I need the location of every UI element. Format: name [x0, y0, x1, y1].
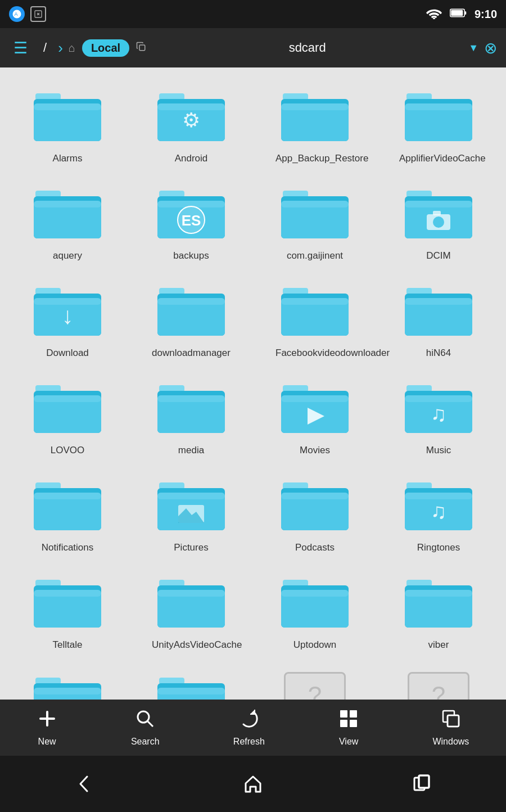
folder-icon-pictures: [155, 477, 228, 536]
folder-label-alarms: Alarms: [53, 152, 83, 165]
svg-rect-60: [281, 298, 349, 305]
folder-label-facebookvideodownloader: Facebookvideodownloader: [275, 347, 354, 359]
view-button[interactable]: View: [327, 704, 370, 751]
folder-icon-app-backup-restore: [278, 88, 351, 147]
status-right-icons: 9:10: [426, 7, 497, 21]
folder-pictures[interactable]: Pictures: [129, 468, 253, 565]
folder-aquery[interactable]: aquery: [6, 176, 129, 273]
folder-icon-movies: [278, 380, 351, 439]
folder-podcasts[interactable]: Podcasts: [253, 468, 377, 565]
folder-icon-uptodown: [278, 574, 351, 633]
folder-label-applifier-video-cache: ApplifierVideoCache: [399, 152, 478, 165]
folder-ringtones[interactable]: ♫ Ringtones: [377, 468, 500, 565]
folder-label-notifications: Notifications: [42, 542, 94, 554]
folder-dcim[interactable]: DCIM: [377, 176, 500, 273]
svg-rect-130: [340, 710, 347, 718]
folder-icon-aquery: [31, 185, 104, 244]
home-button[interactable]: [224, 766, 282, 801]
svg-text:♫: ♫: [431, 499, 447, 523]
folder-media[interactable]: media: [129, 371, 253, 468]
nav-local-label[interactable]: Local: [82, 39, 129, 57]
refresh-label: Refresh: [233, 737, 265, 747]
folder-alarms[interactable]: Alarms: [6, 79, 129, 176]
svg-rect-133: [350, 720, 357, 727]
local-home-icon: ⌂: [69, 42, 75, 55]
folder-label-movies: Movies: [300, 444, 330, 457]
folder-label-viber: viber: [428, 639, 449, 651]
folder-grid: Alarms ⚙ Android App_Backup_Restore: [6, 73, 500, 754]
folder-label-pictures: Pictures: [174, 542, 208, 554]
windows-button[interactable]: Windows: [421, 704, 480, 751]
folder-lovoo[interactable]: LOVOO: [6, 371, 129, 468]
svg-rect-113: [281, 590, 349, 597]
svg-rect-72: [157, 395, 225, 402]
folder-label-downloadmanager: downloadmanager: [152, 347, 231, 359]
folder-movies[interactable]: Movies: [253, 371, 377, 468]
folder-icon-com-gaijinent: [278, 185, 351, 244]
folder-app-backup-restore[interactable]: App_Backup_Restore: [253, 79, 377, 176]
svg-rect-90: [157, 493, 225, 499]
back-button[interactable]: [56, 766, 113, 801]
folder-com-gaijinent[interactable]: com.gaijinent: [253, 176, 377, 273]
system-nav-bar: [0, 756, 506, 812]
folder-download[interactable]: ↓ Download: [6, 273, 129, 371]
folder-icon-alarms: [31, 88, 104, 147]
folder-icon-media: [155, 380, 228, 439]
search-icon: [135, 709, 155, 733]
folder-icon-viber: [402, 574, 475, 633]
svg-rect-100: [405, 493, 472, 499]
main-content: Alarms ⚙ Android App_Backup_Restore: [0, 67, 506, 756]
svg-rect-135: [448, 715, 459, 727]
svg-rect-8: [464, 11, 466, 15]
scroll-indicator: ▼: [468, 42, 478, 54]
svg-point-46: [433, 216, 444, 228]
refresh-icon: [239, 709, 259, 733]
folder-label-app-backup-restore: App_Backup_Restore: [275, 152, 354, 165]
folder-music[interactable]: ♫ Music: [377, 371, 500, 468]
recents-button[interactable]: [393, 766, 450, 801]
svg-line-129: [148, 721, 153, 727]
folder-unity-ads-video-cache[interactable]: UnityAdsVideoCache: [129, 565, 253, 662]
folder-telltale[interactable]: Telltale: [6, 565, 129, 662]
new-icon: [37, 709, 57, 733]
svg-rect-132: [340, 720, 347, 727]
app-icon-2: [30, 6, 46, 22]
folder-android[interactable]: ⚙ Android: [129, 79, 253, 176]
refresh-button[interactable]: Refresh: [222, 704, 276, 751]
nav-local-area: ⌂ Local: [69, 39, 146, 57]
new-button[interactable]: New: [26, 704, 69, 751]
folder-icon-unity-ads-video-cache: [155, 574, 228, 633]
svg-text:A: A: [15, 11, 18, 17]
svg-rect-105: [34, 590, 101, 597]
svg-point-128: [138, 711, 149, 723]
folder-viber[interactable]: viber: [377, 565, 500, 662]
folder-hin64[interactable]: hiN64: [377, 273, 500, 371]
folder-label-android: Android: [175, 152, 208, 165]
top-nav-bar: ☰ / › ⌂ Local sdcard ▼ ⊗: [0, 28, 506, 67]
svg-rect-109: [157, 590, 225, 597]
svg-text:ES: ES: [182, 212, 201, 229]
svg-rect-47: [433, 211, 441, 215]
svg-rect-121: [34, 688, 101, 694]
folder-facebookvideodownloader[interactable]: Facebookvideodownloader: [253, 273, 377, 371]
windows-icon: [441, 709, 461, 733]
svg-rect-81: [405, 395, 472, 402]
folder-label-lovoo: LOVOO: [51, 444, 84, 457]
svg-rect-44: [405, 201, 472, 207]
folder-applifier-video-cache[interactable]: ApplifierVideoCache: [377, 79, 500, 176]
search-button[interactable]: Search: [120, 704, 171, 751]
folder-label-dcim: DCIM: [426, 250, 450, 262]
hamburger-menu[interactable]: ☰: [9, 34, 32, 62]
folder-downloadmanager[interactable]: downloadmanager: [129, 273, 253, 371]
nav-path-separator: /: [38, 40, 52, 55]
svg-rect-76: [281, 395, 349, 402]
folder-backups[interactable]: ES backups: [129, 176, 253, 273]
folder-notifications[interactable]: Notifications: [6, 468, 129, 565]
new-label: New: [38, 737, 56, 747]
folder-label-media: media: [178, 444, 204, 457]
svg-rect-117: [405, 590, 472, 597]
nav-close-button[interactable]: ⊗: [484, 39, 497, 57]
wifi-icon: [426, 7, 442, 21]
folder-uptodown[interactable]: Uptodown: [253, 565, 377, 662]
svg-rect-131: [350, 710, 357, 718]
